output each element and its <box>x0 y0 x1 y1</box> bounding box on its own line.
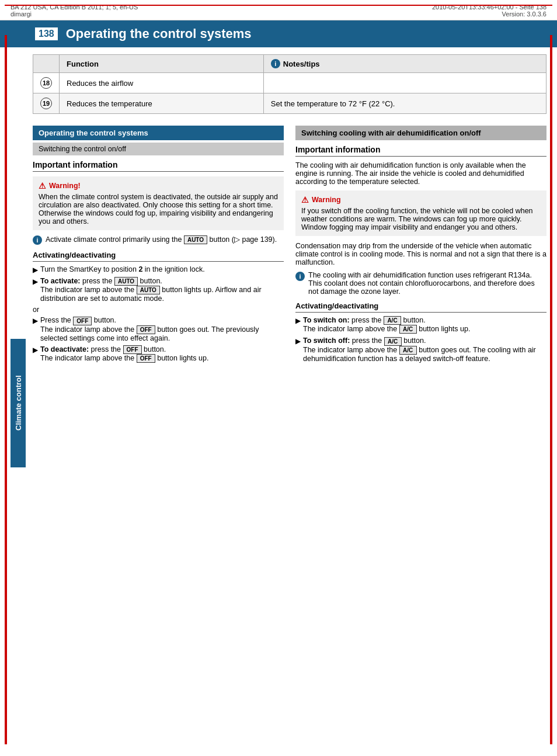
warning-triangle-icon: ⚠ <box>39 181 46 190</box>
header-left-line2: dimargi <box>11 11 138 18</box>
or-text: or <box>33 306 284 314</box>
table-notes-label: Notes/tips <box>283 60 320 68</box>
right-info-note: i The cooling with air dehumidification … <box>295 271 546 296</box>
right-bullet-list: ▶ To switch on: press the A/C button. Th… <box>295 316 546 363</box>
right-border <box>550 35 552 744</box>
info-circle-icon-left: i <box>33 235 42 245</box>
left-info-note-text: Activate climate control primarily using… <box>46 235 277 245</box>
left-section-header-1: Operating the control systems <box>33 126 284 140</box>
left-important-info-title: Important information <box>33 160 284 172</box>
off-button-4: OFF <box>137 354 155 363</box>
right-warning-title: ⚠ Warning <box>301 195 541 204</box>
table-header-notes: i Notes/tips <box>263 55 546 73</box>
right-warning-text: If you switch off the cooling function, … <box>301 207 541 231</box>
info-circle-small-right: i <box>295 272 305 281</box>
table-cell-function: Reduces the airflow <box>60 73 264 93</box>
info-circle-small: i <box>33 235 42 245</box>
left-section-header-2: Switching the control on/off <box>33 143 284 155</box>
right-info-note-text: The cooling with air dehumidification fu… <box>308 271 546 296</box>
left-bullet-list: ▶ Turn the SmartKey to position 2 in the… <box>33 265 284 303</box>
bullet3-text: Press the OFF button. The indicator lamp… <box>40 316 284 342</box>
bullet-arrow-icon: ▶ <box>33 266 38 274</box>
info-circle-icon: i <box>271 59 280 68</box>
table-cell-icon: 18 <box>33 73 60 93</box>
table-row: 18 Reduces the airflow <box>33 73 546 93</box>
left-warning-text: When the climate control system is deact… <box>39 193 278 226</box>
right-activating-title: Activating/deactivating <box>295 301 546 313</box>
bullet-arrow-icon: ▶ <box>33 346 38 354</box>
top-border <box>5 5 552 6</box>
right-column: Switching cooling with air dehumidificat… <box>295 126 546 366</box>
right-bullet1-text: To switch on: press the A/C button. The … <box>303 316 470 334</box>
right-condensation-text: Condensation may drip from the underside… <box>295 242 546 266</box>
bullet2-text: To activate: press the AUTO button. The … <box>40 277 284 303</box>
circle-19: 19 <box>40 98 52 109</box>
bullet-arrow-icon: ▶ <box>295 337 301 345</box>
left-column: Operating the control systems Switching … <box>33 126 284 366</box>
table-header-function: Function <box>60 55 264 73</box>
bullet-item: ▶ To switch on: press the A/C button. Th… <box>295 316 546 334</box>
bullet-item: ▶ To switch off: press the A/C button. T… <box>295 337 546 362</box>
right-body-text: The cooling with air dehumidification fu… <box>295 161 546 186</box>
two-col-layout: Operating the control systems Switching … <box>33 126 546 366</box>
right-important-info-title: Important information <box>295 145 546 157</box>
left-border <box>5 35 7 744</box>
bullet-item: ▶ To deactivate: press the OFF button. T… <box>33 345 284 363</box>
off-button-1: OFF <box>73 317 92 325</box>
right-section-header: Switching cooling with air dehumidificat… <box>295 126 546 140</box>
left-warning-label: Warning! <box>49 182 81 190</box>
bullet-arrow-icon: ▶ <box>33 317 38 325</box>
warning-triangle-icon-right: ⚠ <box>301 195 309 204</box>
right-warning-label: Warning <box>312 196 341 204</box>
bullet1-text: Turn the SmartKey to position 2 in the i… <box>40 265 205 273</box>
off-button-3: OFF <box>123 345 142 354</box>
left-bullet-list-2: ▶ Press the OFF button. The indicator la… <box>33 316 284 363</box>
left-activating-title: Activating/deactivating <box>33 251 284 262</box>
ac-button-4: A/C <box>399 346 417 355</box>
ac-button-3: A/C <box>384 337 402 346</box>
info-circle-icon-right: i <box>295 272 305 296</box>
page-header: BA 212 USA, CA Edition B 2011; 1; 5, en-… <box>0 0 557 20</box>
auto-button-ref: AUTO <box>184 235 207 244</box>
auto-button-3: AUTO <box>137 286 160 294</box>
circle-18: 18 <box>40 77 52 89</box>
ac-button-1: A/C <box>384 316 401 325</box>
bullet-arrow-icon: ▶ <box>295 317 301 325</box>
bullet-item: ▶ Turn the SmartKey to position 2 in the… <box>33 265 284 274</box>
right-warning-box: ⚠ Warning If you switch off the cooling … <box>295 190 546 236</box>
sidebar-label: Climate control <box>11 339 26 467</box>
table-header-icon <box>33 55 60 73</box>
table-cell-notes: Set the temperature to 72 °F (22 °C). <box>263 93 546 114</box>
title-bar: 138 Operating the control systems <box>0 20 557 47</box>
table-cell-function: Reduces the temperature <box>60 93 264 114</box>
left-warning-box: ⚠ Warning! When the climate control syst… <box>33 176 284 230</box>
bullet-arrow-icon: ▶ <box>33 278 38 286</box>
auto-button-2: AUTO <box>114 277 138 286</box>
ac-button-2: A/C <box>399 325 417 334</box>
page-title: Operating the control systems <box>66 26 252 41</box>
bullet4-text: To deactivate: press the OFF button. The… <box>40 345 208 363</box>
bullet-item: ▶ To activate: press the AUTO button. Th… <box>33 277 284 303</box>
table-row: 19 Reduces the temperature Set the tempe… <box>33 93 546 114</box>
bullet-item: ▶ Press the OFF button. The indicator la… <box>33 316 284 342</box>
header-right-line2: Version: 3.0.3.6 <box>432 11 546 18</box>
off-button-2: OFF <box>137 325 155 334</box>
page-wrapper: BA 212 USA, CA Edition B 2011; 1; 5, en-… <box>0 0 557 756</box>
function-table: Function i Notes/tips 18 Reduces the air… <box>33 54 546 114</box>
right-bullet2-text: To switch off: press the A/C button. The… <box>303 337 546 362</box>
content-area: Function i Notes/tips 18 Reduces the air… <box>0 47 557 376</box>
table-cell-icon: 19 <box>33 93 60 114</box>
left-info-note: i Activate climate control primarily usi… <box>33 235 284 245</box>
table-cell-notes <box>263 73 546 93</box>
page-number: 138 <box>35 27 58 40</box>
left-warning-title: ⚠ Warning! <box>39 181 278 190</box>
